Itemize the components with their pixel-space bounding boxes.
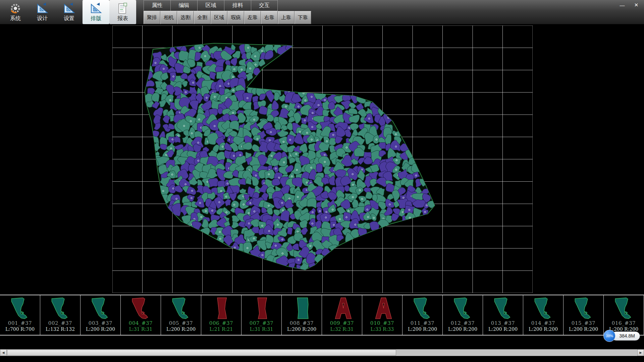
piece-thumbnail-10[interactable]: 010_#37L:33 R:33 [362,295,402,335]
piece-thumbnail-14[interactable]: 014_#37L:200 R:200 [523,295,564,335]
piece-thumbnail-2[interactable]: 002_#37L:132 R:132 [40,295,80,335]
piece-label: 003_#37 [89,320,112,326]
piece-shape [447,296,478,320]
status-badges: 38% 384.8M [603,330,640,342]
piece-label: 007_#37 [250,320,273,326]
menu-tab-4[interactable]: 排料 [224,0,251,11]
app-button-4[interactable]: 排版 [83,0,109,24]
nesting-workspace[interactable] [0,24,644,295]
piece-thumbnail-4[interactable]: 004_#37L:31 R:31 [121,295,161,335]
menu-area: 属性编辑区域排料交互 聚排相机选割全割区域瑕疵左靠右靠上靠下靠 [144,0,311,24]
piece-thumbnail-12[interactable]: 012_#37L:200 R:200 [443,295,483,335]
piece-lr-count: L:21 R:21 [210,326,233,332]
piece-shape [568,296,599,320]
piece-thumbnail-3[interactable]: 003_#37L:200 R:200 [80,295,121,335]
tool-button-10[interactable]: 下靠 [294,11,311,24]
piece-shape [327,296,358,320]
piece-lr-count: L:32 R:31 [330,326,354,332]
piece-thumbnail-8[interactable]: 008_#37L:200 R:200 [282,295,322,335]
app-button-2[interactable]: 设计 [29,0,56,24]
tool-button-7[interactable]: 左靠 [244,11,261,24]
ruler-icon [90,2,102,14]
nest-canvas-svg[interactable] [112,25,533,293]
piece-shape [166,296,197,320]
piece-lr-count: L:132 R:132 [46,326,75,332]
piece-label: 011_#37 [411,320,434,326]
tool-button-2[interactable]: 相机 [160,11,177,24]
app-button-label: 系统 [10,15,21,22]
piece-shape [407,296,438,320]
window-controls: — ✕ [618,2,641,8]
app-button-3[interactable]: 设置 [56,0,83,24]
tool-button-8[interactable]: 右靠 [261,11,278,24]
piece-shape [5,296,36,320]
piece-shape [206,296,237,320]
tool-button-6[interactable]: 瑕疵 [227,11,244,24]
piece-label: 002_#37 [48,320,72,326]
app-button-bar: 系统设计设置排版报表 [0,0,136,24]
piece-thumbnail-11[interactable]: 011_#37L:200 R:200 [402,295,443,335]
piece-thumbnail-7[interactable]: 007_#37L:31 R:31 [241,295,282,335]
app-button-label: 排版 [91,15,101,22]
piece-label: 008_#37 [290,320,314,326]
ribbon: 系统设计设置排版报表 属性编辑区域排料交互 聚排相机选割全割区域瑕疵左靠右靠上靠… [0,0,644,24]
piece-shape [367,296,398,320]
app-button-5[interactable]: 报表 [109,0,136,24]
piece-shape [286,296,317,320]
tool-button-3[interactable]: 选割 [177,11,194,24]
piece-lr-count: L:200 R:200 [529,326,558,332]
piece-thumbnail-strip: 001_#37L:700 R:700002_#37L:132 R:132003_… [0,295,644,336]
scroll-left-arrow[interactable]: ◀ [0,349,7,356]
report-icon [117,2,129,14]
piece-label: 015_#37 [572,320,595,326]
menu-tab-2[interactable]: 编辑 [170,0,197,11]
piece-thumbnail-5[interactable]: 005_#37L:200 R:200 [161,295,201,335]
tool-button-4[interactable]: 全割 [194,11,211,24]
horizontal-scrollbar[interactable]: ◀ ▶ [0,349,644,356]
tool-button-1[interactable]: 聚排 [144,11,160,24]
piece-thumbnail-13[interactable]: 013_#37L:200 R:200 [483,295,523,335]
piece-shape [246,296,277,320]
piece-label: 014_#37 [531,320,555,326]
piece-label: 005_#37 [169,320,193,326]
piece-lr-count: L:33 R:33 [371,326,394,332]
piece-shape [488,296,519,320]
piece-lr-count: L:200 R:200 [287,326,316,332]
piece-label: 010_#37 [370,320,394,326]
piece-thumbnail-16[interactable]: 016_#37L:200 R:200 [604,295,644,335]
piece-label: 004_#37 [129,320,153,326]
piece-thumbnail-9[interactable]: 009_#37L:32 R:31 [322,295,362,335]
piece-shape [528,296,559,320]
app-button-label: 设计 [37,15,48,22]
app-button-label: 报表 [117,15,128,22]
menu-tab-5[interactable]: 交互 [251,0,278,11]
app-button-1[interactable]: 系统 [2,0,29,24]
menu-tab-1[interactable]: 属性 [144,0,170,11]
piece-thumbnail-1[interactable]: 001_#37L:700 R:700 [0,295,40,335]
piece-thumbnail-6[interactable]: 006_#37L:21 R:21 [201,295,241,335]
piece-lr-count: L:200 R:200 [569,326,598,332]
piece-label: 016_#37 [612,320,636,326]
tool-button-5[interactable]: 区域 [211,11,227,24]
menu-tab-3[interactable]: 区域 [197,0,224,11]
piece-lr-count: L:200 R:200 [448,326,477,332]
tool-button-9[interactable]: 上靠 [278,11,294,24]
close-button[interactable]: ✕ [632,2,641,8]
piece-lr-count: L:200 R:200 [86,326,115,332]
piece-thumbnail-15[interactable]: 015_#37L:200 R:200 [564,295,604,335]
piece-label: 012_#37 [451,320,475,326]
minimize-button[interactable]: — [618,2,627,8]
scrollbar-thumb[interactable] [7,350,396,356]
menu-tab-bar: 属性编辑区域排料交互 [144,0,311,11]
scroll-right-arrow[interactable]: ▶ [637,349,644,356]
piece-shape [85,296,116,320]
tool-button-bar: 聚排相机选割全割区域瑕疵左靠右靠上靠下靠 [144,11,311,24]
piece-lr-count: L:200 R:200 [166,326,196,332]
ruler-icon [36,2,48,14]
piece-lr-count: L:200 R:200 [408,326,437,332]
ruler-icon [63,2,75,14]
piece-lr-count: L:31 R:31 [250,326,273,332]
piece-shape [125,296,156,320]
piece-label: 001_#37 [8,320,32,326]
piece-shape [608,296,639,320]
